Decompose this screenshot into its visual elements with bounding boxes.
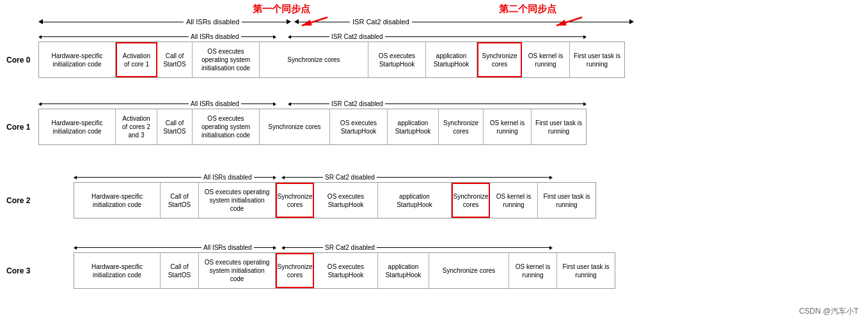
block-os-init-c2: OS executes operating system initialisat…	[199, 183, 276, 218]
arr-left-icon	[38, 19, 43, 24]
block-startos-c2: Call of StartOS	[161, 183, 199, 218]
core1-isr-all: All ISRs disabled	[38, 100, 276, 107]
line	[43, 22, 184, 22]
block-startup-hook-c0: OS executes StartupHook	[368, 42, 426, 77]
block-activation-c0: Activation of core 1	[116, 42, 157, 77]
block-sync-c3: Synchronize cores	[276, 253, 314, 288]
core1-blocks: Hardware-specific initialization code Ac…	[38, 109, 587, 145]
block-sync2-c0: Synchronize cores	[477, 42, 522, 77]
diagram-container: All ISRs disabled ISR Cat2 disabled 第一个同…	[0, 0, 868, 322]
block-app-startup-c2: application StartupHook	[378, 183, 452, 218]
core0-blocks: Hardware-specific initialization code Ac…	[38, 42, 625, 78]
block-hw-init-c0: Hardware-specific initialization code	[39, 42, 116, 77]
block-app-startup-c1: application StartupHook	[388, 109, 439, 144]
isr-cat2-label: ISR Cat2 disabled	[352, 18, 409, 26]
core3-blocks: Hardware-specific initialization code Ca…	[74, 252, 615, 289]
block-user-task-c3: First user task is running	[557, 253, 615, 288]
all-isrs-label: All ISRs disabled	[186, 18, 239, 26]
block-startos-c0: Call of StartOS	[157, 42, 193, 77]
core3-row: All ISRs disabled SR Cat2 disabled Core …	[6, 243, 862, 289]
watermark: CSDN @汽车小T	[799, 306, 858, 317]
arr-right-c0	[273, 35, 276, 39]
core1-isr-cat2: ISR Cat2 disabled	[288, 100, 587, 107]
block-startup-hook-c3: OS executes StartupHook	[314, 253, 378, 288]
core0-isr-all: All ISRs disabled	[38, 33, 276, 40]
block-hw-init-c2: Hardware-specific initialization code	[74, 183, 161, 218]
block-os-init-c1: OS executes operating system initialisat…	[193, 109, 260, 144]
core1-label: Core 1	[6, 123, 38, 132]
core3-isr-all: All ISRs disabled	[74, 244, 276, 251]
line4	[412, 22, 629, 22]
block-hw-init-c3: Hardware-specific initialization code	[74, 253, 161, 288]
sync-arrow-1	[296, 14, 334, 28]
arr-right-icon	[287, 19, 291, 24]
block-kernel-c2: OS kernel is running	[490, 183, 538, 218]
block-os-init-c0: OS executes operating system initialisat…	[193, 42, 260, 77]
core2-sr-cat2: SR Cat2 disabled	[281, 174, 553, 181]
core3-label: Core 3	[6, 266, 38, 275]
block-sync-c0: Synchronize cores	[260, 42, 368, 77]
block-user-task-c0: First user task is running	[570, 42, 624, 77]
core2-row: All ISRs disabled SR Cat2 disabled Core …	[6, 172, 862, 218]
block-user-task-c1: First user task is running	[532, 109, 586, 144]
block-sync2-c3: Synchronize cores	[429, 253, 509, 288]
core1-row: All ISRs disabled ISR Cat2 disabled Core…	[6, 99, 862, 145]
core0-row: All ISRs disabled ISR Cat2 disabled Core…	[6, 32, 862, 78]
svg-line-1	[302, 17, 327, 26]
block-sync-c2: Synchronize cores	[276, 183, 314, 218]
block-startup-hook-c1: OS executes StartupHook	[330, 109, 388, 144]
block-startos-c3: Call of StartOS	[161, 253, 199, 288]
block-sync-c1: Synchronize cores	[260, 109, 330, 144]
block-kernel-c0: OS kernel is running	[522, 42, 570, 77]
block-startos-c1: Call of StartOS	[157, 109, 193, 144]
block-kernel-c1: OS kernel is running	[484, 109, 532, 144]
core2-blocks: Hardware-specific initialization code Ca…	[74, 182, 596, 218]
block-sync2-c2: Synchronize cores	[452, 183, 490, 218]
block-sync2-c1: Synchronize cores	[439, 109, 484, 144]
core2-label: Core 2	[6, 196, 38, 205]
block-user-task-c2: First user task is running	[538, 183, 596, 218]
sync-point-2-label: 第二个同步点	[499, 3, 556, 15]
block-os-init-c3: OS executes operating system initialisat…	[199, 253, 276, 288]
core3-sr-cat2: SR Cat2 disabled	[281, 244, 553, 251]
core0-label: Core 0	[6, 56, 38, 65]
block-hw-init-c1: Hardware-specific initialization code	[39, 109, 116, 144]
svg-line-3	[556, 17, 582, 26]
core0-isr-cat2: ISR Cat2 disabled	[288, 33, 587, 40]
line2	[242, 22, 287, 22]
block-app-startup-c0: application StartupHook	[426, 42, 477, 77]
arr-right-c0-cat2	[583, 35, 587, 39]
block-startup-hook-c2: OS executes StartupHook	[314, 183, 378, 218]
block-app-startup-c3: application StartupHook	[378, 253, 429, 288]
top-isr-arrow: All ISRs disabled	[38, 18, 291, 26]
core2-isr-all: All ISRs disabled	[74, 174, 276, 181]
block-activation-c1: Activation of cores 2 and 3	[116, 109, 157, 144]
sync-arrow-2	[550, 14, 588, 28]
block-kernel-c3: OS kernel is running	[509, 253, 557, 288]
arr-right-cat2-icon	[629, 19, 634, 24]
